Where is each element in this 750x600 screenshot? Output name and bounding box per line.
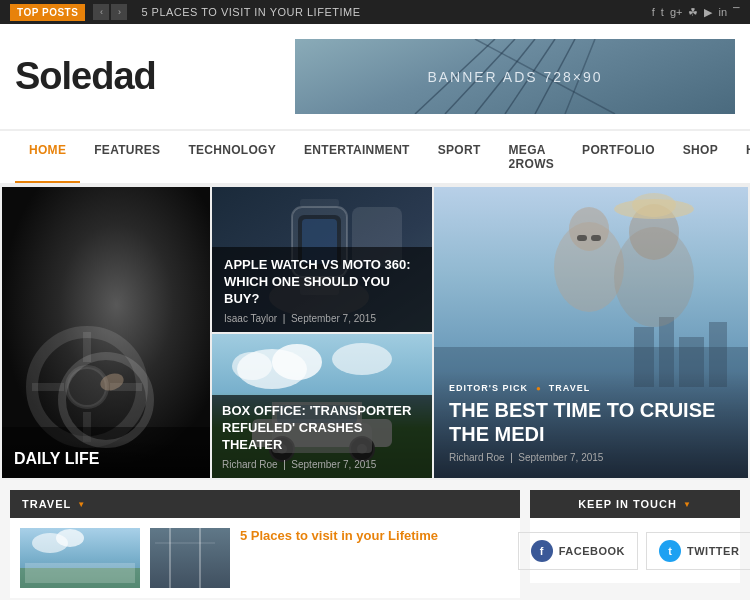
main-content-grid: DAILY LIFE — [0, 185, 750, 480]
facebook-icon: f — [531, 540, 553, 562]
nav-item-portfolio[interactable]: PORTFOLIO — [568, 131, 669, 183]
bottom-sections: TRAVEL — [0, 480, 750, 598]
travel-section-title: TRAVEL — [22, 498, 71, 510]
nav-item-mega2rows[interactable]: MEGA 2ROWS — [495, 131, 569, 183]
cruise-date: September 7, 2015 — [518, 452, 603, 463]
grid-right-panel[interactable]: EDITOR'S PICK ● TRAVEL THE BEST TIME TO … — [434, 187, 748, 478]
ticker-prev-button[interactable]: ‹ — [93, 4, 109, 20]
svg-point-48 — [632, 193, 676, 217]
nav-items-list: HOME FEATURES TECHNOLOGY ENTERTAINMENT S… — [15, 131, 750, 183]
twitter-label: TWITTER — [687, 545, 739, 557]
apple-watch-article[interactable]: APPLE WATCH VS MOTO 360: WHICH ONE SHOUL… — [212, 187, 432, 332]
svg-point-25 — [272, 344, 322, 380]
editors-pick-row: EDITOR'S PICK ● TRAVEL — [449, 383, 733, 393]
nav-item-home[interactable]: HOME — [15, 131, 80, 183]
ticker-navigation: ‹ › — [93, 4, 127, 20]
facebook-button[interactable]: f FACEBOOK — [518, 532, 638, 570]
svg-point-15 — [98, 370, 126, 393]
cruise-article-title: THE BEST TIME TO CRUISE THE MEDI — [449, 398, 733, 446]
banner-ad[interactable]: BANNER ADS 728×90 — [295, 39, 735, 114]
nav-item-entertainment[interactable]: ENTERTAINMENT — [290, 131, 424, 183]
site-logo[interactable]: Soledad — [15, 55, 156, 98]
svg-rect-43 — [577, 235, 587, 241]
transporter-article[interactable]: BOX OFFICE: 'TRANSPORTER REFUELED' CRASH… — [212, 334, 432, 479]
nav-item-sport[interactable]: SPORT — [424, 131, 495, 183]
transporter-date: September 7, 2015 — [291, 459, 376, 470]
travel-thumbnail-1[interactable] — [20, 528, 140, 588]
transporter-author: Richard Roe — [222, 459, 278, 470]
svg-point-26 — [232, 352, 272, 380]
twitter-icon: t — [659, 540, 681, 562]
svg-rect-44 — [591, 235, 601, 241]
cruise-category-label: TRAVEL — [549, 383, 590, 393]
twitter-button[interactable]: t TWITTER — [646, 532, 750, 570]
twitter-topbar-icon[interactable]: t — [661, 6, 664, 18]
transporter-overlay: BOX OFFICE: 'TRANSPORTER REFUELED' CRASH… — [212, 395, 432, 478]
apple-watch-author: Isaac Taylor — [224, 313, 277, 324]
banner-ad-text: BANNER ADS 728×90 — [427, 69, 602, 85]
keep-in-touch-header: KEEP IN TOUCH — [530, 490, 740, 518]
apple-watch-meta: Isaac Taylor | September 7, 2015 — [224, 313, 420, 324]
apple-watch-date: September 7, 2015 — [291, 313, 376, 324]
daily-life-image — [2, 187, 210, 478]
site-header: Soledad BANNER ADS 728×90 — [0, 24, 750, 130]
top-posts-label: TOP POSTS — [10, 4, 85, 21]
nav-item-features[interactable]: FEATURES — [80, 131, 174, 183]
dot-separator-icon: ● — [536, 384, 541, 393]
editors-pick-label: EDITOR'S PICK — [449, 383, 528, 393]
googleplus-topbar-icon[interactable]: g+ — [670, 6, 683, 18]
cruise-article-overlay: EDITOR'S PICK ● TRAVEL THE BEST TIME TO … — [434, 371, 748, 478]
daily-life-title: DAILY LIFE — [14, 450, 99, 467]
cruise-article-meta: Richard Roe | September 7, 2015 — [449, 452, 733, 463]
svg-rect-52 — [20, 568, 140, 588]
ticker-next-button[interactable]: › — [111, 4, 127, 20]
transporter-title: BOX OFFICE: 'TRANSPORTER REFUELED' CRASH… — [222, 403, 422, 454]
nav-item-headers[interactable]: HEADERS — [732, 131, 750, 183]
svg-point-51 — [56, 529, 84, 547]
cruise-author: Richard Roe — [449, 452, 505, 463]
svg-rect-53 — [150, 528, 230, 588]
nav-item-shop[interactable]: SHOP — [669, 131, 732, 183]
facebook-label: FACEBOOK — [559, 545, 625, 557]
transporter-meta: Richard Roe | September 7, 2015 — [222, 459, 422, 470]
rss-topbar-icon[interactable]: ⎺ — [733, 6, 740, 18]
travel-content: 5 Places to visit in your Lifetime — [10, 518, 520, 598]
facebook-topbar-icon[interactable]: f — [652, 6, 655, 18]
daily-life-caption: DAILY LIFE — [2, 440, 210, 478]
youtube-topbar-icon[interactable]: ▶ — [704, 6, 712, 19]
svg-rect-21 — [300, 199, 339, 207]
linkedin-topbar-icon[interactable]: in — [718, 6, 727, 18]
travel-thumbnail-2[interactable] — [150, 528, 230, 588]
svg-point-9 — [67, 367, 107, 407]
social-buttons-container: f FACEBOOK t TWITTER — [530, 518, 740, 583]
keep-in-touch-section: KEEP IN TOUCH f FACEBOOK t TWITTER — [530, 490, 740, 598]
grid-middle-panel: APPLE WATCH VS MOTO 360: WHICH ONE SHOUL… — [212, 187, 432, 478]
social-icons-bar: f t g+ ☘ ▶ in ⎺ — [652, 6, 740, 19]
svg-point-27 — [332, 343, 392, 375]
instagram-topbar-icon[interactable]: ☘ — [688, 6, 698, 19]
grid-left-panel[interactable]: DAILY LIFE — [2, 187, 210, 478]
svg-point-42 — [569, 207, 609, 251]
travel-article-title: 5 Places to visit in your Lifetime — [240, 528, 510, 545]
keep-in-touch-title: KEEP IN TOUCH — [578, 498, 677, 510]
apple-watch-overlay: APPLE WATCH VS MOTO 360: WHICH ONE SHOUL… — [212, 247, 432, 332]
travel-section: TRAVEL — [10, 490, 520, 598]
nav-item-technology[interactable]: TECHNOLOGY — [174, 131, 290, 183]
main-navigation: HOME FEATURES TECHNOLOGY ENTERTAINMENT S… — [0, 130, 750, 185]
ticker-text: 5 PLACES TO VISIT IN YOUR LIFETIME — [141, 6, 360, 18]
travel-section-header: TRAVEL — [10, 490, 520, 518]
apple-watch-title: APPLE WATCH VS MOTO 360: WHICH ONE SHOUL… — [224, 257, 420, 308]
travel-article-info: 5 Places to visit in your Lifetime — [240, 528, 510, 547]
top-bar: TOP POSTS ‹ › 5 PLACES TO VISIT IN YOUR … — [0, 0, 750, 24]
